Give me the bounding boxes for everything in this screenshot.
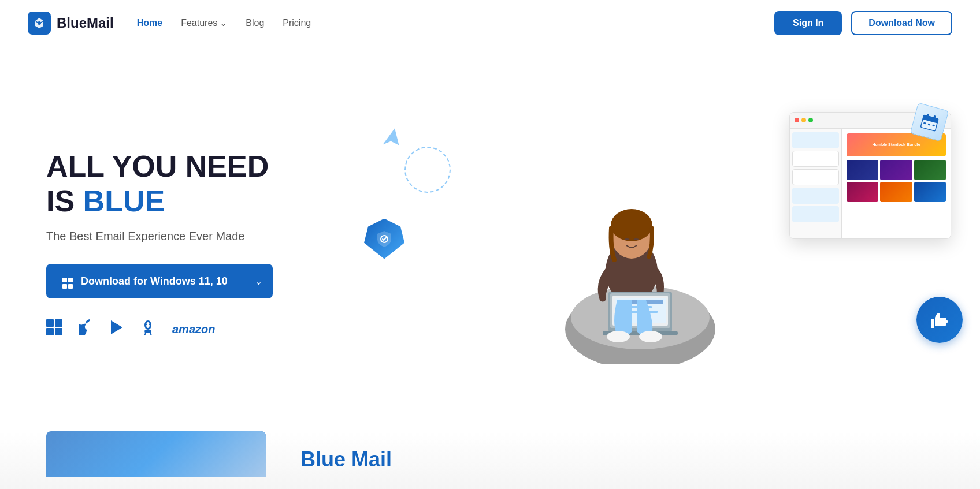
windows-icon xyxy=(62,273,74,289)
svg-marker-5 xyxy=(111,320,122,334)
mockup-content: Humble Stardock Bundle xyxy=(842,129,951,238)
nav-features[interactable]: Features ⌄ xyxy=(181,17,227,28)
bottom-left-image xyxy=(46,431,266,477)
hero-person-image xyxy=(548,167,733,366)
brand-name: BlueMail xyxy=(57,15,114,31)
grid-item-4 xyxy=(847,182,878,202)
amazon-platform-icon[interactable]: amazon xyxy=(172,323,215,336)
play-platform-icon[interactable] xyxy=(110,319,124,339)
download-button-group: Download for Windows 11, 10 ⌄ xyxy=(46,264,273,298)
hero-heading: ALL YOU NEED IS BLUE xyxy=(46,150,347,219)
hero-right: Humble Stardock Bundle xyxy=(347,100,934,389)
svg-rect-4 xyxy=(55,328,62,335)
nav-links: Home Features ⌄ Blog Pricing xyxy=(137,17,311,28)
nav-blog[interactable]: Blog xyxy=(246,18,264,28)
maximize-dot xyxy=(808,118,813,122)
svg-rect-1 xyxy=(46,319,54,327)
svg-point-0 xyxy=(38,21,41,25)
chevron-down-icon: ⌄ xyxy=(255,276,262,287)
nav-pricing[interactable]: Pricing xyxy=(283,18,311,28)
chevron-down-icon: ⌄ xyxy=(220,17,227,28)
svg-point-35 xyxy=(607,331,630,342)
hero-heading-blue: BLUE xyxy=(83,184,165,218)
svg-rect-2 xyxy=(55,319,62,327)
nav-left: BlueMail Home Features ⌄ Blog Pricing xyxy=(28,12,311,35)
thumbs-up-decoration xyxy=(916,297,963,343)
grid-item-3 xyxy=(914,160,946,180)
bottom-title: Blue Mail xyxy=(300,447,392,471)
nav-right: Sign In Download Now xyxy=(774,11,952,35)
download-dropdown-button[interactable]: ⌄ xyxy=(244,264,273,298)
svg-marker-10 xyxy=(378,128,403,151)
svg-rect-3 xyxy=(46,328,54,335)
logo[interactable]: BlueMail xyxy=(28,12,114,35)
email-list-item-2 xyxy=(792,151,839,167)
grid-item-6 xyxy=(914,182,946,202)
hero-section: ALL YOU NEED IS BLUE The Best Email Expe… xyxy=(0,46,980,431)
grid-item-5 xyxy=(880,182,912,202)
platform-icons: amazon xyxy=(46,319,347,339)
shield-icon xyxy=(364,219,404,259)
mockup-sidebar xyxy=(790,129,842,238)
shield-decoration xyxy=(364,219,416,271)
svg-point-26 xyxy=(611,209,652,241)
hero-heading-line2-static: IS xyxy=(46,184,83,218)
download-now-button[interactable]: Download Now xyxy=(851,11,952,35)
email-list-item-1 xyxy=(792,132,839,148)
windows-platform-icon[interactable] xyxy=(46,319,62,339)
signin-button[interactable]: Sign In xyxy=(774,11,842,35)
nav-home[interactable]: Home xyxy=(137,18,162,28)
email-list-item-4 xyxy=(792,188,839,204)
mockup-content-grid xyxy=(847,160,946,202)
mockup-body: Humble Stardock Bundle xyxy=(790,129,951,238)
paper-plane-icon xyxy=(377,125,407,157)
svg-point-8 xyxy=(146,324,147,325)
hero-subtext: The Best Email Experience Ever Made xyxy=(46,230,347,243)
grid-item-2 xyxy=(880,160,912,180)
hero-heading-line1: ALL YOU NEED xyxy=(46,150,269,183)
navbar: BlueMail Home Features ⌄ Blog Pricing Si… xyxy=(0,0,980,46)
download-windows-button[interactable]: Download for Windows 11, 10 xyxy=(46,264,244,298)
hero-left: ALL YOU NEED IS BLUE The Best Email Expe… xyxy=(46,150,347,340)
svg-point-9 xyxy=(149,324,150,325)
logo-icon xyxy=(28,12,51,35)
email-list-item-5 xyxy=(792,206,839,222)
apple-platform-icon[interactable] xyxy=(79,319,94,339)
grid-item-1 xyxy=(847,160,878,180)
email-list-item-3 xyxy=(792,169,839,185)
humble-bundle-label: Humble Stardock Bundle xyxy=(872,143,920,147)
close-dot xyxy=(795,118,799,122)
linux-platform-icon[interactable] xyxy=(140,319,156,339)
minimize-dot xyxy=(801,118,806,122)
svg-point-36 xyxy=(639,331,662,342)
bottom-teaser: Blue Mail xyxy=(0,431,980,489)
deco-circle-1 xyxy=(404,147,451,193)
